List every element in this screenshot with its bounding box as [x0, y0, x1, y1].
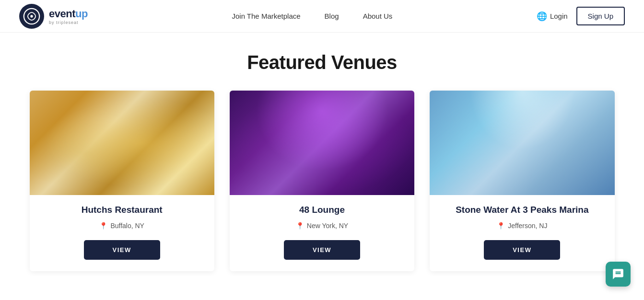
logo-icon: [19, 4, 44, 29]
location-icon-48lounge: 📍: [296, 222, 304, 230]
svg-point-1: [30, 15, 33, 17]
venue-location-hutchs: 📍 Buffalo, NY: [99, 222, 144, 230]
header: eventup by tripleseat Join The Marketpla…: [0, 0, 644, 33]
venue-info-hutchs: Hutchs Restaurant 📍 Buffalo, NY VIEW: [30, 195, 214, 271]
nav-about[interactable]: About Us: [363, 12, 393, 20]
view-button-hutchs[interactable]: VIEW: [84, 240, 160, 260]
venue-card-48lounge: 48 Lounge 📍 New York, NY VIEW: [230, 91, 414, 271]
venue-card-hutchs: Hutchs Restaurant 📍 Buffalo, NY VIEW: [30, 91, 214, 271]
venue-image-48lounge: [230, 91, 414, 195]
login-area[interactable]: 🌐 Login: [537, 11, 568, 22]
venue-image-hutchs: [30, 91, 214, 195]
view-button-48lounge[interactable]: VIEW: [284, 240, 360, 260]
location-icon-stonewater: 📍: [497, 222, 505, 230]
logo[interactable]: eventup by tripleseat: [19, 4, 88, 29]
venue-name-stonewater: Stone Water At 3 Peaks Marina: [456, 205, 588, 215]
main-content: Featured Venues Hutchs Restaurant 📍 Buff…: [0, 33, 644, 300]
location-icon-hutchs: 📍: [99, 222, 107, 230]
main-nav: Join The Marketplace Blog About Us: [232, 12, 392, 20]
venues-grid: Hutchs Restaurant 📍 Buffalo, NY VIEW 48 …: [30, 91, 615, 271]
venue-info-48lounge: 48 Lounge 📍 New York, NY VIEW: [230, 195, 414, 271]
signup-button[interactable]: Sign Up: [576, 7, 625, 25]
venue-location-48lounge: 📍 New York, NY: [296, 222, 348, 230]
venue-name-hutchs: Hutchs Restaurant: [82, 205, 163, 215]
chat-icon: [612, 268, 624, 280]
nav-blog[interactable]: Blog: [325, 12, 339, 20]
venue-card-stonewater: Stone Water At 3 Peaks Marina 📍 Jefferso…: [430, 91, 614, 271]
venue-location-stonewater: 📍 Jefferson, NJ: [497, 222, 547, 230]
nav-join[interactable]: Join The Marketplace: [232, 12, 300, 20]
venue-city-48lounge: New York, NY: [307, 222, 348, 230]
login-text: Login: [550, 12, 568, 20]
header-right: 🌐 Login Sign Up: [537, 7, 625, 25]
venue-info-stonewater: Stone Water At 3 Peaks Marina 📍 Jefferso…: [430, 195, 614, 271]
globe-icon: 🌐: [537, 11, 547, 22]
venue-image-stonewater: [430, 91, 614, 195]
venue-city-hutchs: Buffalo, NY: [110, 222, 144, 230]
venue-name-48lounge: 48 Lounge: [299, 205, 345, 215]
logo-text: eventup by tripleseat: [49, 8, 88, 25]
chat-button[interactable]: [606, 262, 631, 287]
venue-city-stonewater: Jefferson, NJ: [508, 222, 547, 230]
view-button-stonewater[interactable]: VIEW: [484, 240, 560, 260]
section-title: Featured Venues: [29, 52, 615, 73]
